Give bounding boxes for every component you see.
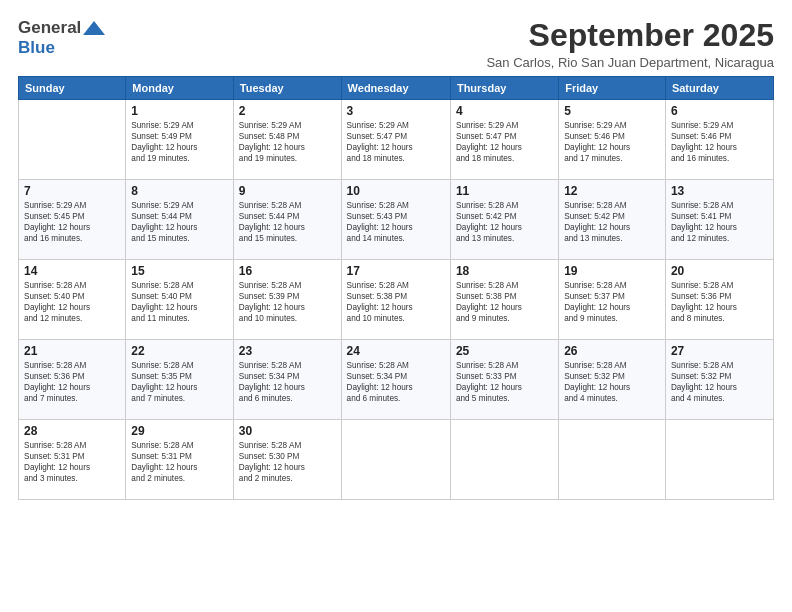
day-number: 29 xyxy=(131,424,228,438)
day-info: Sunrise: 5:28 AM Sunset: 5:43 PM Dayligh… xyxy=(347,200,445,244)
day-info: Sunrise: 5:28 AM Sunset: 5:36 PM Dayligh… xyxy=(24,360,120,404)
day-number: 22 xyxy=(131,344,228,358)
day-cell: 21Sunrise: 5:28 AM Sunset: 5:36 PM Dayli… xyxy=(19,340,126,420)
day-cell: 14Sunrise: 5:28 AM Sunset: 5:40 PM Dayli… xyxy=(19,260,126,340)
day-info: Sunrise: 5:29 AM Sunset: 5:47 PM Dayligh… xyxy=(347,120,445,164)
header-saturday: Saturday xyxy=(665,77,773,100)
day-info: Sunrise: 5:28 AM Sunset: 5:35 PM Dayligh… xyxy=(131,360,228,404)
day-cell: 16Sunrise: 5:28 AM Sunset: 5:39 PM Dayli… xyxy=(233,260,341,340)
day-info: Sunrise: 5:28 AM Sunset: 5:41 PM Dayligh… xyxy=(671,200,768,244)
svg-marker-0 xyxy=(83,21,105,35)
week-row-1: 1Sunrise: 5:29 AM Sunset: 5:49 PM Daylig… xyxy=(19,100,774,180)
day-number: 30 xyxy=(239,424,336,438)
day-number: 2 xyxy=(239,104,336,118)
day-cell: 1Sunrise: 5:29 AM Sunset: 5:49 PM Daylig… xyxy=(126,100,234,180)
day-info: Sunrise: 5:29 AM Sunset: 5:48 PM Dayligh… xyxy=(239,120,336,164)
day-info: Sunrise: 5:28 AM Sunset: 5:36 PM Dayligh… xyxy=(671,280,768,324)
day-number: 15 xyxy=(131,264,228,278)
day-cell: 26Sunrise: 5:28 AM Sunset: 5:32 PM Dayli… xyxy=(559,340,666,420)
day-cell: 29Sunrise: 5:28 AM Sunset: 5:31 PM Dayli… xyxy=(126,420,234,500)
day-info: Sunrise: 5:28 AM Sunset: 5:32 PM Dayligh… xyxy=(564,360,660,404)
day-cell: 6Sunrise: 5:29 AM Sunset: 5:46 PM Daylig… xyxy=(665,100,773,180)
header-friday: Friday xyxy=(559,77,666,100)
header-wednesday: Wednesday xyxy=(341,77,450,100)
day-number: 4 xyxy=(456,104,553,118)
day-number: 18 xyxy=(456,264,553,278)
week-row-4: 21Sunrise: 5:28 AM Sunset: 5:36 PM Dayli… xyxy=(19,340,774,420)
header-monday: Monday xyxy=(126,77,234,100)
day-info: Sunrise: 5:28 AM Sunset: 5:34 PM Dayligh… xyxy=(239,360,336,404)
day-cell: 25Sunrise: 5:28 AM Sunset: 5:33 PM Dayli… xyxy=(450,340,558,420)
day-cell: 20Sunrise: 5:28 AM Sunset: 5:36 PM Dayli… xyxy=(665,260,773,340)
day-info: Sunrise: 5:29 AM Sunset: 5:45 PM Dayligh… xyxy=(24,200,120,244)
day-cell: 4Sunrise: 5:29 AM Sunset: 5:47 PM Daylig… xyxy=(450,100,558,180)
day-number: 16 xyxy=(239,264,336,278)
title-block: September 2025 San Carlos, Rio San Juan … xyxy=(486,18,774,70)
day-cell xyxy=(559,420,666,500)
calendar-header-row: SundayMondayTuesdayWednesdayThursdayFrid… xyxy=(19,77,774,100)
day-number: 8 xyxy=(131,184,228,198)
week-row-2: 7Sunrise: 5:29 AM Sunset: 5:45 PM Daylig… xyxy=(19,180,774,260)
day-number: 24 xyxy=(347,344,445,358)
day-number: 21 xyxy=(24,344,120,358)
day-info: Sunrise: 5:28 AM Sunset: 5:30 PM Dayligh… xyxy=(239,440,336,484)
day-number: 26 xyxy=(564,344,660,358)
header-tuesday: Tuesday xyxy=(233,77,341,100)
day-info: Sunrise: 5:28 AM Sunset: 5:42 PM Dayligh… xyxy=(456,200,553,244)
day-info: Sunrise: 5:28 AM Sunset: 5:40 PM Dayligh… xyxy=(131,280,228,324)
day-number: 17 xyxy=(347,264,445,278)
day-number: 20 xyxy=(671,264,768,278)
logo-general: General xyxy=(18,18,81,38)
day-number: 12 xyxy=(564,184,660,198)
day-cell xyxy=(450,420,558,500)
day-number: 5 xyxy=(564,104,660,118)
day-cell: 11Sunrise: 5:28 AM Sunset: 5:42 PM Dayli… xyxy=(450,180,558,260)
day-info: Sunrise: 5:28 AM Sunset: 5:40 PM Dayligh… xyxy=(24,280,120,324)
day-cell: 23Sunrise: 5:28 AM Sunset: 5:34 PM Dayli… xyxy=(233,340,341,420)
day-number: 23 xyxy=(239,344,336,358)
day-number: 6 xyxy=(671,104,768,118)
day-number: 28 xyxy=(24,424,120,438)
day-cell xyxy=(341,420,450,500)
day-cell: 8Sunrise: 5:29 AM Sunset: 5:44 PM Daylig… xyxy=(126,180,234,260)
day-cell: 7Sunrise: 5:29 AM Sunset: 5:45 PM Daylig… xyxy=(19,180,126,260)
week-row-5: 28Sunrise: 5:28 AM Sunset: 5:31 PM Dayli… xyxy=(19,420,774,500)
day-number: 14 xyxy=(24,264,120,278)
day-number: 19 xyxy=(564,264,660,278)
day-info: Sunrise: 5:29 AM Sunset: 5:46 PM Dayligh… xyxy=(564,120,660,164)
day-number: 10 xyxy=(347,184,445,198)
day-cell: 15Sunrise: 5:28 AM Sunset: 5:40 PM Dayli… xyxy=(126,260,234,340)
day-info: Sunrise: 5:28 AM Sunset: 5:38 PM Dayligh… xyxy=(347,280,445,324)
day-cell xyxy=(665,420,773,500)
day-info: Sunrise: 5:28 AM Sunset: 5:34 PM Dayligh… xyxy=(347,360,445,404)
day-cell: 18Sunrise: 5:28 AM Sunset: 5:38 PM Dayli… xyxy=(450,260,558,340)
day-cell: 2Sunrise: 5:29 AM Sunset: 5:48 PM Daylig… xyxy=(233,100,341,180)
calendar-page: General Blue September 2025 San Carlos, … xyxy=(0,0,792,612)
day-cell: 13Sunrise: 5:28 AM Sunset: 5:41 PM Dayli… xyxy=(665,180,773,260)
day-info: Sunrise: 5:28 AM Sunset: 5:31 PM Dayligh… xyxy=(24,440,120,484)
day-number: 25 xyxy=(456,344,553,358)
day-info: Sunrise: 5:28 AM Sunset: 5:37 PM Dayligh… xyxy=(564,280,660,324)
location: San Carlos, Rio San Juan Department, Nic… xyxy=(486,55,774,70)
day-cell: 19Sunrise: 5:28 AM Sunset: 5:37 PM Dayli… xyxy=(559,260,666,340)
day-cell: 3Sunrise: 5:29 AM Sunset: 5:47 PM Daylig… xyxy=(341,100,450,180)
day-info: Sunrise: 5:29 AM Sunset: 5:46 PM Dayligh… xyxy=(671,120,768,164)
day-cell: 24Sunrise: 5:28 AM Sunset: 5:34 PM Dayli… xyxy=(341,340,450,420)
day-info: Sunrise: 5:28 AM Sunset: 5:39 PM Dayligh… xyxy=(239,280,336,324)
day-number: 13 xyxy=(671,184,768,198)
day-info: Sunrise: 5:28 AM Sunset: 5:31 PM Dayligh… xyxy=(131,440,228,484)
header: General Blue September 2025 San Carlos, … xyxy=(18,18,774,70)
day-cell: 12Sunrise: 5:28 AM Sunset: 5:42 PM Dayli… xyxy=(559,180,666,260)
day-info: Sunrise: 5:28 AM Sunset: 5:33 PM Dayligh… xyxy=(456,360,553,404)
day-info: Sunrise: 5:29 AM Sunset: 5:47 PM Dayligh… xyxy=(456,120,553,164)
header-thursday: Thursday xyxy=(450,77,558,100)
day-number: 1 xyxy=(131,104,228,118)
day-number: 27 xyxy=(671,344,768,358)
day-info: Sunrise: 5:29 AM Sunset: 5:44 PM Dayligh… xyxy=(131,200,228,244)
day-info: Sunrise: 5:28 AM Sunset: 5:42 PM Dayligh… xyxy=(564,200,660,244)
week-row-3: 14Sunrise: 5:28 AM Sunset: 5:40 PM Dayli… xyxy=(19,260,774,340)
logo: General Blue xyxy=(18,18,105,58)
calendar-table: SundayMondayTuesdayWednesdayThursdayFrid… xyxy=(18,76,774,500)
day-number: 11 xyxy=(456,184,553,198)
day-cell: 28Sunrise: 5:28 AM Sunset: 5:31 PM Dayli… xyxy=(19,420,126,500)
